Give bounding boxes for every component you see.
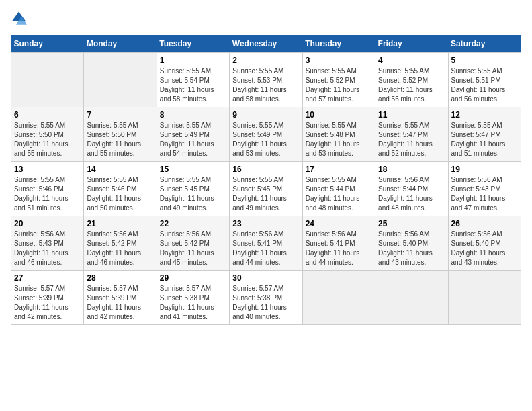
calendar-table: SundayMondayTuesdayWednesdayThursdayFrid… [11,35,521,325]
day-info: Sunrise: 5:55 AMSunset: 5:53 PMDaylight:… [232,66,299,104]
day-info: Sunrise: 5:55 AMSunset: 5:52 PMDaylight:… [306,66,372,104]
day-number: 6 [14,110,81,120]
day-info: Sunrise: 5:56 AMSunset: 5:41 PMDaylight:… [306,230,372,267]
day-cell: 19Sunrise: 5:56 AMSunset: 5:43 PMDayligh… [448,162,521,216]
day-info: Sunrise: 5:57 AMSunset: 5:39 PMDaylight:… [14,284,81,322]
header-day-wednesday: Wednesday [230,35,302,53]
week-row-3: 13Sunrise: 5:55 AMSunset: 5:46 PMDayligh… [11,162,521,216]
day-cell: 24Sunrise: 5:56 AMSunset: 5:41 PMDayligh… [302,216,375,271]
day-cell: 27Sunrise: 5:57 AMSunset: 5:39 PMDayligh… [11,271,84,325]
day-cell: 17Sunrise: 5:55 AMSunset: 5:44 PMDayligh… [302,162,375,216]
day-number: 5 [451,56,518,65]
day-number: 15 [160,165,226,174]
day-cell [375,271,448,325]
logo [11,11,30,27]
day-info: Sunrise: 5:55 AMSunset: 5:49 PMDaylight:… [232,121,299,158]
day-cell: 7Sunrise: 5:55 AMSunset: 5:50 PMDaylight… [84,107,157,162]
day-info: Sunrise: 5:55 AMSunset: 5:50 PMDaylight:… [87,121,153,158]
day-number: 3 [306,56,372,65]
day-info: Sunrise: 5:56 AMSunset: 5:41 PMDaylight:… [232,230,299,267]
day-number: 18 [378,165,445,174]
day-number: 16 [232,165,299,174]
day-cell: 9Sunrise: 5:55 AMSunset: 5:49 PMDaylight… [230,107,302,162]
day-number: 25 [378,219,445,228]
page-header [11,11,521,27]
day-number: 11 [378,110,445,120]
day-info: Sunrise: 5:55 AMSunset: 5:44 PMDaylight:… [306,175,372,213]
day-info: Sunrise: 5:55 AMSunset: 5:46 PMDaylight:… [14,175,81,213]
day-cell [448,271,521,325]
day-number: 19 [451,165,518,174]
day-number: 2 [232,56,299,65]
day-number: 7 [87,110,153,120]
day-number: 28 [87,273,153,283]
day-cell: 2Sunrise: 5:55 AMSunset: 5:53 PMDaylight… [230,53,302,107]
header-day-saturday: Saturday [448,35,521,53]
day-cell: 5Sunrise: 5:55 AMSunset: 5:51 PMDaylight… [448,53,521,107]
header-day-friday: Friday [375,35,448,53]
day-info: Sunrise: 5:56 AMSunset: 5:43 PMDaylight:… [14,230,81,267]
day-cell: 21Sunrise: 5:56 AMSunset: 5:42 PMDayligh… [84,216,157,271]
day-cell: 29Sunrise: 5:57 AMSunset: 5:38 PMDayligh… [157,271,229,325]
day-number: 22 [160,219,226,228]
day-info: Sunrise: 5:55 AMSunset: 5:51 PMDaylight:… [451,66,518,104]
day-info: Sunrise: 5:57 AMSunset: 5:39 PMDaylight:… [87,284,153,322]
day-info: Sunrise: 5:56 AMSunset: 5:40 PMDaylight:… [378,230,445,267]
day-cell: 18Sunrise: 5:56 AMSunset: 5:44 PMDayligh… [375,162,448,216]
day-cell: 15Sunrise: 5:55 AMSunset: 5:45 PMDayligh… [157,162,229,216]
day-cell [84,53,157,107]
day-info: Sunrise: 5:55 AMSunset: 5:54 PMDaylight:… [160,66,226,104]
header-day-sunday: Sunday [11,35,84,53]
day-number: 29 [160,273,226,283]
day-cell: 12Sunrise: 5:55 AMSunset: 5:47 PMDayligh… [448,107,521,162]
day-info: Sunrise: 5:57 AMSunset: 5:38 PMDaylight:… [160,284,226,322]
day-info: Sunrise: 5:56 AMSunset: 5:40 PMDaylight:… [451,230,518,267]
day-cell: 14Sunrise: 5:55 AMSunset: 5:46 PMDayligh… [84,162,157,216]
week-row-2: 6Sunrise: 5:55 AMSunset: 5:50 PMDaylight… [11,107,521,162]
day-number: 1 [160,56,226,65]
day-number: 23 [232,219,299,228]
day-number: 14 [87,165,153,174]
day-info: Sunrise: 5:56 AMSunset: 5:44 PMDaylight:… [378,175,445,213]
day-info: Sunrise: 5:57 AMSunset: 5:38 PMDaylight:… [232,284,299,322]
day-number: 24 [306,219,372,228]
day-number: 30 [232,273,299,283]
day-cell: 11Sunrise: 5:55 AMSunset: 5:47 PMDayligh… [375,107,448,162]
day-number: 4 [378,56,445,65]
day-info: Sunrise: 5:55 AMSunset: 5:49 PMDaylight:… [160,121,226,158]
day-cell: 3Sunrise: 5:55 AMSunset: 5:52 PMDaylight… [302,53,375,107]
day-number: 26 [451,219,518,228]
day-number: 10 [306,110,372,120]
day-cell: 4Sunrise: 5:55 AMSunset: 5:52 PMDaylight… [375,53,448,107]
day-cell: 30Sunrise: 5:57 AMSunset: 5:38 PMDayligh… [230,271,302,325]
logo-icon [11,11,27,27]
calendar-body: 1Sunrise: 5:55 AMSunset: 5:54 PMDaylight… [11,53,521,325]
day-info: Sunrise: 5:56 AMSunset: 5:42 PMDaylight:… [87,230,153,267]
day-cell: 20Sunrise: 5:56 AMSunset: 5:43 PMDayligh… [11,216,84,271]
day-cell: 28Sunrise: 5:57 AMSunset: 5:39 PMDayligh… [84,271,157,325]
day-cell: 16Sunrise: 5:55 AMSunset: 5:45 PMDayligh… [230,162,302,216]
day-info: Sunrise: 5:55 AMSunset: 5:47 PMDaylight:… [378,121,445,158]
day-number: 21 [87,219,153,228]
day-info: Sunrise: 5:56 AMSunset: 5:43 PMDaylight:… [451,175,518,213]
week-row-1: 1Sunrise: 5:55 AMSunset: 5:54 PMDaylight… [11,53,521,107]
header-day-monday: Monday [84,35,157,53]
header-day-tuesday: Tuesday [157,35,229,53]
day-cell: 13Sunrise: 5:55 AMSunset: 5:46 PMDayligh… [11,162,84,216]
day-cell [11,53,84,107]
day-cell: 25Sunrise: 5:56 AMSunset: 5:40 PMDayligh… [375,216,448,271]
day-number: 27 [14,273,81,283]
day-number: 9 [232,110,299,120]
day-cell [302,271,375,325]
day-number: 17 [306,165,372,174]
day-cell: 26Sunrise: 5:56 AMSunset: 5:40 PMDayligh… [448,216,521,271]
week-row-5: 27Sunrise: 5:57 AMSunset: 5:39 PMDayligh… [11,271,521,325]
day-cell: 1Sunrise: 5:55 AMSunset: 5:54 PMDaylight… [157,53,229,107]
day-info: Sunrise: 5:55 AMSunset: 5:47 PMDaylight:… [451,121,518,158]
header-row: SundayMondayTuesdayWednesdayThursdayFrid… [11,35,521,53]
day-cell: 8Sunrise: 5:55 AMSunset: 5:49 PMDaylight… [157,107,229,162]
header-day-thursday: Thursday [302,35,375,53]
calendar-header: SundayMondayTuesdayWednesdayThursdayFrid… [11,35,521,53]
day-cell: 22Sunrise: 5:56 AMSunset: 5:42 PMDayligh… [157,216,229,271]
day-number: 13 [14,165,81,174]
